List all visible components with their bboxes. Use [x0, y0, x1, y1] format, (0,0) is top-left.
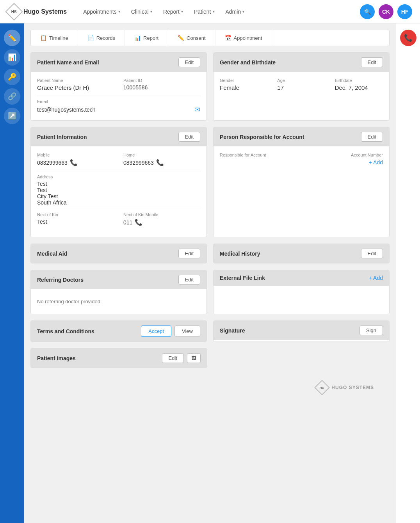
email-label: Email [37, 99, 200, 104]
home-label: Home [123, 153, 200, 157]
terms-buttons: Accept View [141, 326, 200, 337]
person-responsible-edit-button[interactable]: Edit [361, 132, 383, 142]
birthdate-label: Birthdate [335, 78, 383, 83]
sidebar-link-icon[interactable]: 🔗 [4, 88, 20, 105]
external-file-link-title: External File Link [220, 275, 265, 281]
sidebar-share-icon[interactable]: ↗️ [4, 108, 20, 124]
patient-information-header: Patient Information Edit [31, 127, 206, 146]
referring-doctors-title: Referring Doctors [37, 277, 84, 283]
nav-appointments[interactable]: Appointments ▾ [78, 5, 125, 18]
logo-area[interactable]: HS Hugo Systems [8, 5, 67, 18]
chevron-down-icon: ▾ [181, 9, 183, 14]
next-of-kin-mobile-value: 011 [123, 219, 132, 226]
search-button[interactable]: 🔍 [360, 4, 375, 19]
sign-button[interactable]: Sign [359, 326, 383, 335]
age-field: Age 17 [277, 78, 325, 91]
tab-appointment[interactable]: 📅 Appointment [215, 30, 272, 46]
main-layout: ✏️ 📊 🔑 🔗 ↗️ 📋 Timeline 📄 Records 📊 Repor… [0, 23, 420, 523]
medical-history-edit-button[interactable]: Edit [361, 249, 383, 258]
sidebar-key-icon[interactable]: 🔑 [4, 69, 20, 85]
external-file-link-card: External File Link + Add [213, 270, 390, 314]
chevron-down-icon: ▾ [150, 9, 152, 14]
right-panel: 📞 [396, 23, 420, 523]
nav-clinical[interactable]: Clinical ▾ [126, 5, 157, 18]
logo-initials: HS [11, 9, 17, 14]
patient-information-edit-button[interactable]: Edit [178, 132, 200, 142]
patient-images-edit-button[interactable]: Edit [162, 353, 184, 363]
appointment-icon: 📅 [225, 35, 231, 41]
patient-images-title: Patient Images [37, 355, 76, 361]
nav-report[interactable]: Report ▾ [158, 5, 188, 18]
nav-actions: 🔍 CK HF [360, 4, 412, 19]
gender-field: Gender Female [220, 78, 268, 91]
age-label: Age [277, 78, 325, 83]
no-doctor-text: No referring doctor provided. [37, 295, 200, 308]
external-file-link-add-link[interactable]: + Add [369, 275, 383, 281]
address-line2: Test [37, 187, 200, 193]
signature-title: Signature [220, 327, 245, 334]
next-of-kin-mobile-row: 011 📞 [123, 219, 200, 226]
email-field: Email test@hugosystems.tech ✉ [37, 99, 200, 114]
mobile-value: 0832999663 [37, 160, 68, 166]
user-ck-avatar[interactable]: CK [379, 4, 393, 19]
view-button[interactable]: View [174, 326, 200, 337]
footer-logo-icon: HS [315, 380, 330, 395]
birthdate-field: Birthdate Dec. 7, 2004 [335, 78, 383, 91]
gender-label: Gender [220, 78, 268, 83]
tab-bar: 📋 Timeline 📄 Records 📊 Report ✏️ Consent… [30, 30, 390, 46]
address-label: Address [37, 174, 200, 179]
gender-birthdate-edit-button[interactable]: Edit [361, 57, 383, 67]
navbar: HS Hugo Systems Appointments ▾ Clinical … [0, 0, 420, 23]
chevron-down-icon: ▾ [118, 9, 120, 14]
logo-text: Hugo Systems [23, 8, 67, 15]
patient-name-label: Patient Name [37, 78, 114, 83]
medical-aid-edit-button[interactable]: Edit [178, 249, 200, 258]
responsible-account-row: Responsible for Account Account Number +… [220, 153, 383, 166]
account-number-field: Account Number + Add [306, 153, 383, 166]
timeline-icon: 📋 [40, 35, 47, 41]
consent-icon: ✏️ [178, 35, 184, 41]
terms-conditions-header: Terms and Conditions Accept View [31, 321, 206, 342]
referring-doctors-edit-button[interactable]: Edit [178, 275, 200, 285]
address-line1: Test [37, 181, 200, 187]
records-icon: 📄 [87, 35, 94, 41]
gender-value: Female [220, 84, 268, 91]
next-of-kin-mobile-label: Next of Kin Mobile [123, 212, 200, 217]
age-value: 17 [277, 84, 325, 91]
accept-button[interactable]: Accept [141, 326, 171, 337]
next-of-kin-field: Next of Kin Test [37, 212, 114, 226]
nav-admin[interactable]: Admin ▾ [221, 5, 249, 18]
patient-information-body: Mobile 0832999663 📞 Home 0832999663 📞 [31, 146, 206, 237]
patient-images-gallery-button[interactable]: 🖼 [187, 353, 201, 363]
footer: HS HUGO SYSTEMS [30, 374, 390, 401]
sidebar-chart-icon[interactable]: 📊 [4, 49, 20, 66]
email-value: test@hugosystems.tech [37, 107, 96, 113]
tab-timeline[interactable]: 📋 Timeline [31, 30, 78, 46]
email-row: test@hugosystems.tech ✉ [37, 105, 200, 114]
birthdate-value: Dec. 7, 2004 [335, 84, 383, 91]
person-responsible-card: Person Responsible for Account Edit Resp… [213, 127, 390, 237]
user-hf-avatar[interactable]: HF [397, 4, 412, 19]
row-6-spacer [214, 348, 390, 368]
patient-name-email-header: Patient Name and Email Edit [31, 53, 206, 72]
mobile-field: Mobile 0832999663 📞 [37, 153, 114, 166]
home-value: 0832999663 [123, 160, 154, 166]
next-of-kin-mobile-field: Next of Kin Mobile 011 📞 [123, 212, 200, 226]
signature-header: Signature Sign [214, 321, 389, 340]
patient-name-email-edit-button[interactable]: Edit [178, 57, 200, 67]
call-button[interactable]: 📞 [400, 30, 416, 46]
next-of-kin-value: Test [37, 219, 114, 225]
tab-consent[interactable]: ✏️ Consent [168, 30, 215, 46]
person-responsible-add-link[interactable]: + Add [369, 159, 383, 165]
sidebar-edit-icon[interactable]: ✏️ [4, 30, 20, 46]
nav-patient[interactable]: Patient ▾ [189, 5, 219, 18]
tab-report[interactable]: 📊 Report [125, 30, 168, 46]
patient-information-title: Patient Information [37, 134, 87, 140]
external-file-link-header: External File Link + Add [214, 270, 389, 286]
chevron-down-icon: ▾ [213, 9, 215, 14]
next-of-kin-phone-icon: 📞 [135, 219, 142, 226]
tab-records[interactable]: 📄 Records [78, 30, 125, 46]
person-responsible-title: Person Responsible for Account [220, 134, 304, 140]
patient-id-label: Patient ID [123, 78, 200, 83]
person-responsible-body: Responsible for Account Account Number +… [214, 146, 389, 177]
